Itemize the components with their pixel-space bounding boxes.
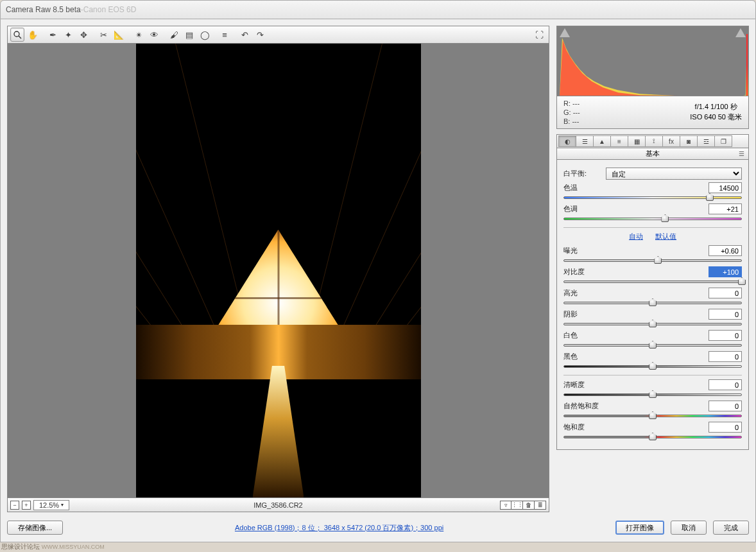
panel-menu-icon[interactable]: ☰: [739, 150, 744, 157]
tab-tone-curve[interactable]: ☰: [576, 135, 594, 147]
temp-value[interactable]: [709, 182, 742, 193]
tab-camera-cal[interactable]: ◙: [680, 135, 698, 147]
blacks-label: 黑色: [563, 352, 602, 361]
radial-filter-tool[interactable]: ◯: [198, 28, 212, 42]
open-image-button[interactable]: 打开图像: [615, 521, 664, 535]
highlights-slider[interactable]: [563, 300, 742, 306]
histogram[interactable]: [556, 26, 749, 96]
save-image-button[interactable]: 存储图像...: [7, 521, 63, 535]
wb-eyedropper-tool[interactable]: ✒: [46, 28, 60, 42]
zoom-out-button[interactable]: −: [10, 501, 19, 510]
readout-r: R: ---: [563, 99, 580, 108]
tab-basic[interactable]: ◐: [558, 135, 576, 147]
readout-b: B: ---: [563, 117, 580, 126]
highlights-label: 高光: [563, 288, 602, 298]
tab-detail[interactable]: ▲: [593, 135, 611, 147]
titlebar: Camera Raw 8.5 beta - Canon EOS 6D: [0, 0, 756, 19]
workflow-link[interactable]: Adobe RGB (1998)；8 位； 3648 x 5472 (20.0 …: [235, 523, 443, 533]
straighten-tool[interactable]: 📐: [112, 28, 126, 42]
graduated-filter-tool[interactable]: ▤: [182, 28, 196, 42]
left-pane: ✋ ✒ ✦ ✥ ✂ 📐 ✴ 👁 🖌 ▤ ◯ ≡ ↶ ↷ ⛶: [7, 26, 549, 512]
filter-button[interactable]: ▿: [500, 501, 511, 510]
zoom-in-button[interactable]: +: [22, 501, 31, 510]
tab-hsl[interactable]: ≡: [610, 135, 628, 147]
exif-line1: f/1.4 1/100 秒: [690, 101, 742, 112]
exposure-value[interactable]: [709, 245, 742, 256]
panel-tabs: ◐ ☰ ▲ ≡ ▦ ⟟ fx ◙ ☲ ❐: [556, 134, 749, 148]
clarity-value[interactable]: [709, 379, 742, 390]
preferences-tool[interactable]: ≡: [218, 28, 232, 42]
watermark: 思缘设计论坛 WWW.MISSYUAN.COM: [1, 542, 105, 551]
temp-label: 色温: [563, 183, 602, 193]
contrast-label: 对比度: [563, 267, 602, 277]
rating-button[interactable]: ⋮⋮: [511, 501, 523, 510]
fullscreen-toggle[interactable]: ⛶: [532, 28, 546, 42]
tint-label: 色调: [563, 204, 602, 214]
whites-slider[interactable]: [563, 342, 742, 349]
saturation-value[interactable]: [709, 422, 742, 433]
panel-title: 基本: [646, 149, 660, 159]
window: ✋ ✒ ✦ ✥ ✂ 📐 ✴ 👁 🖌 ▤ ◯ ≡ ↶ ↷ ⛶: [0, 19, 756, 542]
done-button[interactable]: 完成: [713, 521, 749, 535]
tab-lens[interactable]: ⟟: [645, 135, 663, 147]
redeye-tool[interactable]: 👁: [147, 28, 161, 42]
bottom-bar: 存储图像... Adobe RGB (1998)；8 位； 3648 x 547…: [7, 519, 749, 537]
saturation-label: 饱和度: [563, 422, 602, 432]
saturation-slider[interactable]: [563, 434, 742, 440]
trash-button[interactable]: 🗑: [523, 501, 535, 510]
tab-presets[interactable]: ☲: [697, 135, 715, 147]
wb-combo[interactable]: 自定: [606, 168, 742, 180]
tab-split-toning[interactable]: ▦: [628, 135, 646, 147]
contrast-slider[interactable]: [563, 279, 742, 285]
crop-tool[interactable]: ✂: [96, 28, 110, 42]
vibrance-slider[interactable]: [563, 413, 742, 419]
camera-model: Canon EOS 6D: [83, 5, 137, 14]
exposure-slider[interactable]: [563, 257, 742, 264]
color-sampler-tool[interactable]: ✦: [61, 28, 75, 42]
contrast-value[interactable]: [709, 266, 742, 277]
readout-bar: R: --- G: --- B: --- f/1.4 1/100 秒 ISO 6…: [556, 96, 749, 129]
tab-snapshots[interactable]: ❐: [714, 135, 732, 147]
highlights-value[interactable]: [709, 288, 742, 298]
exif-line2: ISO 640 50 毫米: [690, 112, 742, 122]
shadows-value[interactable]: [709, 309, 742, 320]
vibrance-value[interactable]: [709, 401, 742, 411]
whites-value[interactable]: [709, 330, 742, 341]
shadows-label: 阴影: [563, 309, 602, 319]
svg-point-0: [14, 31, 19, 37]
whites-label: 白色: [563, 331, 602, 340]
blacks-slider[interactable]: [563, 363, 742, 370]
toolbar: ✋ ✒ ✦ ✥ ✂ 📐 ✴ 👁 🖌 ▤ ◯ ≡ ↶ ↷ ⛶: [7, 26, 549, 44]
preview-statusbar: − + 12.5%▾ IMG_3586.CR2 ▿ ⋮⋮ 🗑 ≣: [7, 498, 549, 512]
tab-effects[interactable]: fx: [662, 135, 680, 147]
basic-panel: 白平衡: 自定 色温 色调 自动 默认值 曝光 对比度 高光 阴影 白色: [556, 160, 749, 450]
rotate-ccw-tool[interactable]: ↶: [237, 28, 252, 42]
filmstrip-toggle[interactable]: ≣: [535, 501, 546, 510]
wb-label: 白平衡:: [563, 169, 602, 178]
blacks-value[interactable]: [709, 351, 742, 362]
hand-tool[interactable]: ✋: [26, 28, 40, 42]
panel-header: 基本 ☰: [556, 148, 749, 160]
svg-marker-3: [557, 40, 747, 96]
spot-removal-tool[interactable]: ✴: [132, 28, 146, 42]
rotate-cw-tool[interactable]: ↷: [253, 28, 267, 42]
image-preview[interactable]: [7, 43, 549, 498]
readout-g: G: ---: [563, 108, 580, 117]
auto-link[interactable]: 自动: [629, 232, 643, 240]
zoom-tool[interactable]: [10, 28, 24, 42]
default-link[interactable]: 默认值: [655, 232, 676, 240]
adjustment-brush-tool[interactable]: 🖌: [167, 28, 181, 42]
cancel-button[interactable]: 取消: [671, 521, 707, 535]
clarity-slider[interactable]: [563, 392, 742, 398]
svg-line-1: [19, 36, 21, 39]
temp-slider[interactable]: [563, 194, 742, 201]
tint-value[interactable]: [709, 203, 742, 214]
tint-slider[interactable]: [563, 216, 742, 222]
shadows-slider[interactable]: [563, 321, 742, 327]
zoom-level[interactable]: 12.5%▾: [33, 500, 69, 510]
filename-label: IMG_3586.CR2: [253, 501, 302, 509]
targeted-adjust-tool[interactable]: ✥: [76, 28, 90, 42]
window-body: ✋ ✒ ✦ ✥ ✂ 📐 ✴ 👁 🖌 ▤ ◯ ≡ ↶ ↷ ⛶: [1, 19, 755, 542]
vibrance-label: 自然饱和度: [563, 401, 602, 411]
exposure-label: 曝光: [563, 246, 602, 255]
